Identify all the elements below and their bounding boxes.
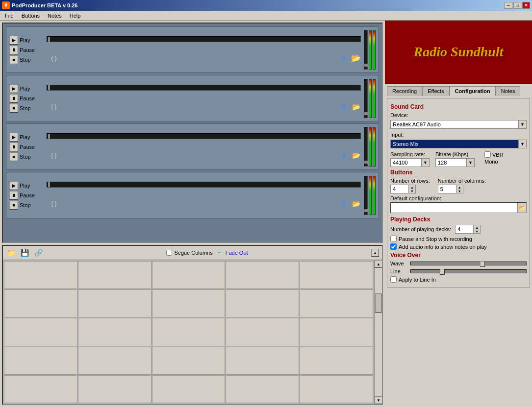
grid-cell-4-5[interactable]	[300, 347, 373, 375]
sampling-rate-select[interactable]: 44100 ▼	[390, 158, 430, 167]
menu-buttons[interactable]: Buttons	[18, 12, 44, 20]
grid-scroll-thumb[interactable]	[375, 293, 381, 313]
grid-cell-3-3[interactable]	[152, 318, 226, 346]
wave-slider-track[interactable]	[410, 262, 527, 265]
grid-cell-2-5[interactable]	[300, 289, 373, 317]
device-dropdown-arrow[interactable]: ▼	[518, 120, 526, 128]
grid-cell-4-3[interactable]	[152, 347, 226, 375]
grid-cell-1-5[interactable]	[300, 261, 373, 289]
bitrate-select[interactable]: 128 ▼	[435, 158, 475, 167]
default-config-browse-btn[interactable]: 📂	[517, 203, 526, 213]
grid-cell-2-3[interactable]	[152, 289, 226, 317]
grid-cell-3-5[interactable]	[300, 318, 373, 346]
deck-1-progress-track[interactable]	[47, 36, 361, 42]
grid-cell-2-4[interactable]	[226, 289, 299, 317]
grid-cell-4-4[interactable]	[226, 347, 299, 375]
close-button[interactable]: ✕	[522, 2, 530, 9]
grid-scroll-up[interactable]: ▲	[375, 260, 382, 268]
deck-3-pause-button[interactable]: ⏸ Pause	[9, 143, 44, 151]
grid-cell-5-4[interactable]	[226, 375, 299, 403]
grid-cell-2-1[interactable]	[4, 289, 77, 317]
folder-open-icon[interactable]: 📁	[6, 248, 16, 258]
tab-recording[interactable]: Recording	[387, 86, 422, 96]
wave-slider-thumb[interactable]	[480, 261, 485, 267]
grid-cell-2-2[interactable]	[78, 289, 152, 317]
deck-4-progress-track[interactable]	[47, 182, 361, 188]
deck-3-volume-track[interactable]	[364, 127, 368, 167]
columns-spinner[interactable]: 5 ▲ ▼	[438, 185, 463, 193]
grid-cell-5-5[interactable]	[300, 375, 373, 403]
grid-cell-3-1[interactable]	[4, 318, 77, 346]
columns-down-button[interactable]: ▼	[456, 189, 463, 193]
rows-spinner[interactable]: 4 ▲ ▼	[390, 185, 416, 193]
deck-2-volume-track[interactable]	[364, 79, 368, 118]
deck-4-folder-icon[interactable]: 📂	[351, 199, 361, 209]
tab-notes[interactable]: Notes	[496, 86, 521, 96]
decks-up-button[interactable]: ▲	[474, 225, 480, 229]
scroll-right-btn[interactable]: ▲	[371, 249, 379, 257]
line-slider-track[interactable]	[410, 269, 527, 273]
deck-3-progress-track[interactable]	[47, 133, 361, 139]
rows-down-button[interactable]: ▼	[409, 189, 415, 193]
decks-down-button[interactable]: ▼	[474, 229, 480, 233]
maximize-button[interactable]: □	[513, 2, 521, 9]
deck-3-stop-button[interactable]: ■ Stop	[9, 152, 44, 161]
default-config-group: Default configuration: 📂	[390, 195, 527, 213]
grid-scroll-down[interactable]: ▼	[375, 396, 382, 404]
tab-configuration[interactable]: Configuration	[450, 86, 496, 96]
pause-stop-checkbox[interactable]	[390, 236, 397, 242]
deck-4-volume-track[interactable]	[364, 176, 368, 215]
menu-notes[interactable]: Notes	[44, 12, 66, 20]
line-slider-thumb[interactable]	[440, 269, 445, 275]
apply-line-in-checkbox[interactable]	[390, 276, 397, 283]
device-dropdown[interactable]: Realtek AC97 Audio ▼	[390, 120, 527, 129]
deck-2-pause-button[interactable]: ⏸ Pause	[9, 94, 44, 103]
deck-1-volume-track[interactable]	[364, 30, 368, 70]
deck-2-progress-track[interactable]	[47, 85, 361, 91]
default-config-input[interactable]: 📂	[390, 202, 527, 213]
vbr-checkbox[interactable]	[484, 151, 491, 158]
bitrate-arrow[interactable]: ▼	[466, 159, 474, 167]
grid-cell-3-2[interactable]	[78, 318, 152, 346]
deck-1-folder-icon[interactable]: 📂	[351, 53, 361, 63]
deck-3-folder-icon[interactable]: 📂	[351, 150, 361, 160]
minimize-button[interactable]: ─	[505, 2, 512, 9]
deck-1-stop-button[interactable]: ■ Stop	[9, 55, 44, 64]
grid-cell-5-2[interactable]	[78, 375, 152, 403]
save-icon[interactable]: 💾	[20, 248, 29, 258]
menu-file[interactable]: File	[1, 12, 18, 20]
deck-2-download-icon[interactable]: ⬇	[339, 102, 349, 112]
deck-3-play-button[interactable]: ▶ Play	[9, 133, 44, 142]
columns-up-button[interactable]: ▲	[456, 185, 463, 189]
grid-cell-1-2[interactable]	[78, 261, 152, 289]
grid-cell-5-1[interactable]	[4, 375, 77, 403]
grid-cell-1-1[interactable]	[4, 261, 77, 289]
link-icon[interactable]: 🔗	[33, 248, 43, 258]
deck-1-play-button[interactable]: ▶ Play	[9, 36, 44, 45]
deck-4-play-button[interactable]: ▶ Play	[9, 181, 44, 190]
audio-info-checkbox[interactable]	[390, 243, 397, 250]
tab-effects[interactable]: Effects	[422, 86, 449, 96]
input-dropdown[interactable]: Stereo Mix ▼	[390, 140, 527, 148]
deck-2-folder-icon[interactable]: 📂	[351, 102, 361, 112]
deck-4-stop-button[interactable]: ■ Stop	[9, 201, 44, 210]
menu-help[interactable]: Help	[66, 12, 85, 20]
input-dropdown-arrow[interactable]: ▼	[518, 140, 526, 148]
segue-checkbox[interactable]	[166, 250, 172, 256]
grid-cell-4-2[interactable]	[78, 347, 152, 375]
grid-cell-5-3[interactable]	[152, 375, 226, 403]
grid-cell-4-1[interactable]	[4, 347, 77, 375]
rows-up-button[interactable]: ▲	[409, 185, 415, 189]
sampling-rate-arrow[interactable]: ▼	[421, 159, 429, 167]
grid-cell-1-4[interactable]	[226, 261, 299, 289]
grid-cell-3-4[interactable]	[226, 318, 299, 346]
deck-4-pause-button[interactable]: ⏸ Pause	[9, 191, 44, 200]
deck-4-download-icon[interactable]: ⬇	[339, 199, 349, 209]
deck-3-download-icon[interactable]: ⬇	[339, 150, 349, 160]
deck-2-stop-button[interactable]: ■ Stop	[9, 104, 44, 113]
grid-cell-1-3[interactable]	[152, 261, 226, 289]
deck-1-download-icon[interactable]: ⬇	[339, 53, 349, 63]
deck-1-pause-button[interactable]: ⏸ Pause	[9, 46, 44, 54]
num-decks-spinner[interactable]: 4 ▲ ▼	[455, 225, 481, 234]
deck-2-play-button[interactable]: ▶ Play	[9, 84, 44, 93]
